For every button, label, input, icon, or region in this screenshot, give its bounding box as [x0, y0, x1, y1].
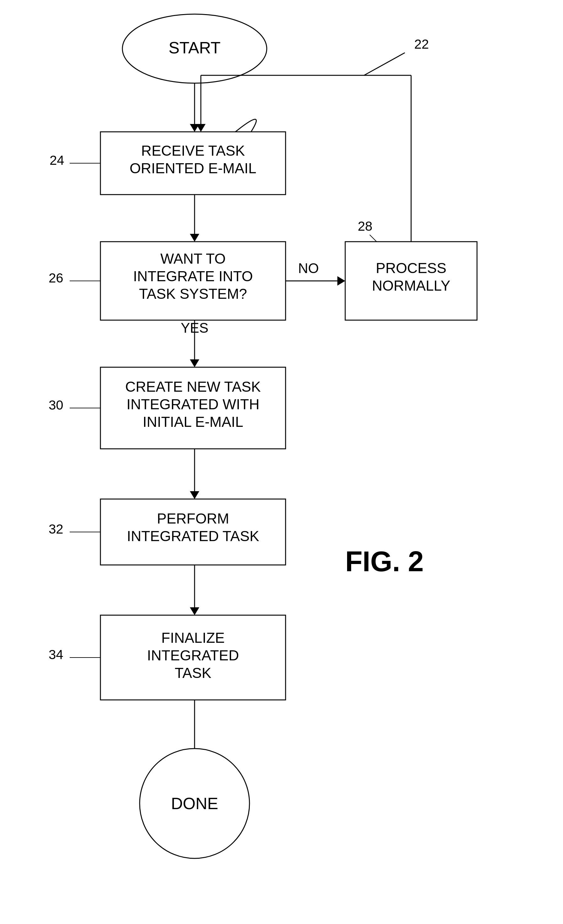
ref-24: 24	[49, 153, 64, 168]
ref-22: 22	[414, 37, 429, 51]
ref-32: 32	[49, 522, 63, 536]
fig-label: FIG. 2	[345, 546, 424, 577]
process-label-2: NORMALLY	[372, 278, 450, 294]
perform-label-2: INTEGRATED TASK	[127, 528, 259, 544]
start-label: START	[169, 39, 221, 57]
flowchart-diagram: 22 START RECEIVE TASK ORIENTED E-MAIL 24…	[0, 0, 563, 924]
finalize-label-1: FINALIZE	[161, 630, 225, 646]
create-label-3: INITIAL E-MAIL	[143, 414, 243, 430]
ref-30: 30	[49, 398, 63, 412]
ref-34: 34	[49, 647, 63, 662]
want-label-1: WANT TO	[160, 250, 226, 267]
want-label-2: INTEGRATE INTO	[133, 268, 253, 284]
done-label: DONE	[171, 794, 218, 813]
ref-26: 26	[49, 270, 63, 285]
receive-label-2: ORIENTED E-MAIL	[130, 160, 256, 176]
process-label-1: PROCESS	[376, 260, 446, 276]
create-label-1: CREATE NEW TASK	[125, 378, 261, 395]
finalize-label-3: TASK	[175, 665, 211, 681]
want-label-3: TASK SYSTEM?	[139, 286, 247, 302]
finalize-label-2: INTEGRATED	[147, 647, 239, 663]
ref-28: 28	[358, 219, 373, 234]
perform-label-1: PERFORM	[157, 510, 229, 526]
create-label-2: INTEGRATED WITH	[126, 396, 259, 412]
no-label: NO	[298, 261, 319, 276]
receive-label-1: RECEIVE TASK	[141, 142, 245, 159]
